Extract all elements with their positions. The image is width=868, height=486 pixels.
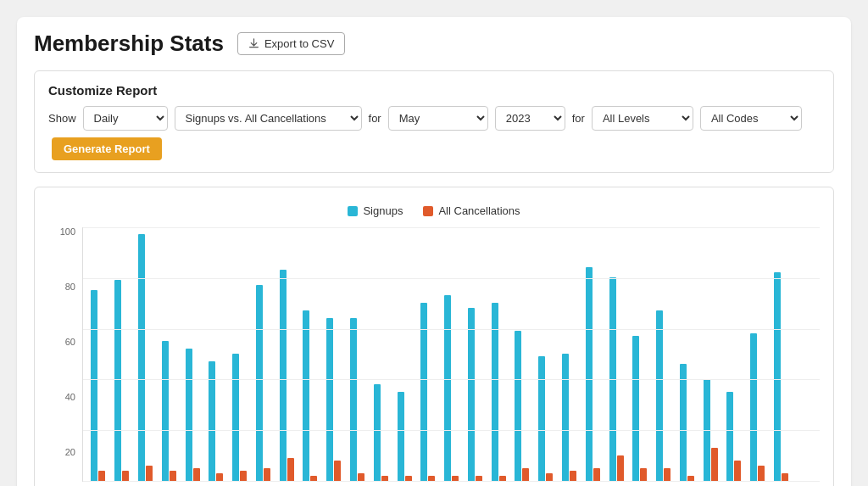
customize-title: Customize Report <box>48 83 820 98</box>
frequency-select[interactable]: Daily Weekly Monthly <box>83 106 168 131</box>
code-select[interactable]: All Codes <box>700 106 802 131</box>
chart-legend: Signups All Cancellations <box>48 204 820 217</box>
report-type-select[interactable]: Signups vs. All Cancellations Signups On… <box>175 106 362 131</box>
grid-line <box>83 379 820 380</box>
export-csv-button[interactable]: Export to CSV <box>237 32 345 55</box>
signups-legend-item: Signups <box>348 204 403 217</box>
for-label-2: for <box>572 112 585 125</box>
page-title: Membership Stats <box>34 31 224 57</box>
grid-line <box>83 227 820 228</box>
show-label: Show <box>48 112 76 125</box>
signups-legend-dot <box>348 206 358 216</box>
chart-area <box>82 227 820 482</box>
month-select[interactable]: JanuaryFebruaryMarch AprilMayJune JulyAu… <box>388 106 488 131</box>
customize-section: Customize Report Show Daily Weekly Month… <box>34 70 834 173</box>
grid-line <box>83 329 820 330</box>
cancellations-legend-item: All Cancellations <box>423 204 520 217</box>
y-label: 100 <box>48 227 75 237</box>
for-label-1: for <box>369 112 381 125</box>
y-label: 80 <box>48 282 75 292</box>
signups-legend-label: Signups <box>363 204 403 217</box>
chart-section: Signups All Cancellations 020406080100 1… <box>34 187 834 486</box>
level-select[interactable]: All Levels <box>592 106 693 131</box>
grid-lines <box>83 227 820 481</box>
export-icon <box>248 38 259 49</box>
y-label: 40 <box>48 393 75 402</box>
year-select[interactable]: 202020212022 20232024 <box>495 106 565 131</box>
cancellations-legend-dot <box>423 206 433 216</box>
controls-row: Show Daily Weekly Monthly Signups vs. Al… <box>48 106 820 160</box>
page-wrapper: Membership Stats Export to CSV Customize… <box>17 17 851 486</box>
chart-container: 020406080100 123456789101112131415161718… <box>48 227 820 486</box>
grid-line <box>83 430 820 431</box>
generate-report-button[interactable]: Generate Report <box>52 137 162 160</box>
y-axis: 020406080100 <box>48 227 75 486</box>
y-label: 20 <box>48 448 75 457</box>
y-label: 60 <box>48 338 75 347</box>
grid-line <box>83 481 820 482</box>
grid-line <box>83 278 820 279</box>
cancellations-legend-label: All Cancellations <box>438 204 520 217</box>
page-header: Membership Stats Export to CSV <box>34 31 834 57</box>
